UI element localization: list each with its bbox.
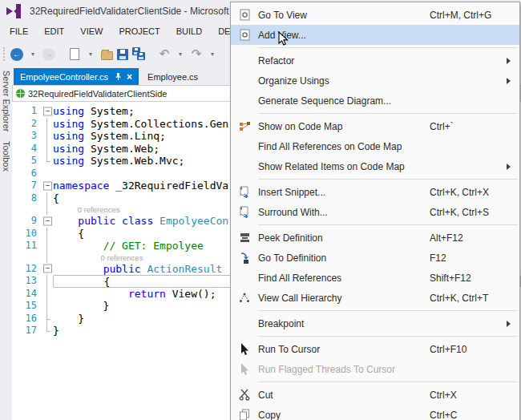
surround-with-icon xyxy=(231,206,258,218)
menu-item-go-to-view[interactable]: Go To ViewCtrl+M, Ctrl+G xyxy=(231,5,519,25)
sidebar-tab-server-explorer[interactable]: Server Explorer xyxy=(2,71,11,131)
fold-collapse-icon[interactable] xyxy=(42,105,53,118)
menu-item-show-on-code-map[interactable]: Show on Code MapCtrl+` xyxy=(231,116,519,136)
save-all-icon[interactable] xyxy=(131,45,146,64)
code-text: public class EmpolyeeCon xyxy=(53,215,228,228)
dropdown-caret-icon[interactable]: ▾ xyxy=(83,45,98,64)
fold-collapse-icon[interactable] xyxy=(42,180,53,192)
insert-snippet-icon xyxy=(231,186,258,198)
close-icon[interactable]: × xyxy=(127,72,132,82)
menu-view[interactable]: VIEW xyxy=(72,24,111,38)
menu-separator xyxy=(258,47,518,48)
menu-build[interactable]: BUILD xyxy=(168,24,210,38)
code-text: public ActionResult xyxy=(53,263,228,276)
forward-icon[interactable]: → xyxy=(42,45,56,64)
dropdown-caret-icon[interactable]: ▾ xyxy=(173,45,188,64)
menu-edit[interactable]: EDIT xyxy=(36,24,72,38)
fold-margin xyxy=(42,168,53,180)
code-text: using System.Collections.Gen xyxy=(53,118,228,131)
menu-item-find-all-references[interactable]: Find All ReferencesShift+F12 xyxy=(231,268,519,288)
menu-item-label: Go To View xyxy=(258,10,430,21)
menu-item-surround-with[interactable]: Surround With...Ctrl+K, Ctrl+S xyxy=(231,202,519,222)
menu-item-show-related-items-on-code-map[interactable]: Show Related Items on Code Map xyxy=(231,156,519,176)
line-number: 14 xyxy=(12,288,42,301)
fold-margin xyxy=(42,240,53,252)
menu-item-find-all-references-on-code-map[interactable]: Find All References on Code Map xyxy=(231,136,519,156)
menu-item-shortcut: Alt+F12 xyxy=(430,232,507,244)
window-title: 32RequiredFieldValidaterClientSide - Mic… xyxy=(30,6,240,17)
code-text: namespace _32RequiredFieldVa xyxy=(53,180,228,192)
new-item-icon[interactable] xyxy=(67,45,82,64)
open-file-icon[interactable] xyxy=(99,45,114,64)
fold-margin xyxy=(42,204,53,215)
line-number: 1 xyxy=(12,105,42,118)
copy-icon xyxy=(231,409,258,420)
fold-margin xyxy=(42,325,53,337)
context-menu: Go To ViewCtrl+M, Ctrl+GAdd View...Refac… xyxy=(230,2,520,420)
menu-separator xyxy=(258,224,518,225)
menu-item-label: Refactor xyxy=(258,55,430,67)
submenu-arrow-icon xyxy=(507,78,519,84)
line-number: 17 xyxy=(12,325,42,337)
side-tab-strip: Server ExplorerToolbox xyxy=(0,68,12,420)
menu-item-label: Copy xyxy=(258,410,430,420)
menu-item-label: Run To Cursor xyxy=(258,344,430,355)
menu-item-shortcut: Ctrl+X xyxy=(430,390,507,401)
menu-item-shortcut: Ctrl+` xyxy=(430,121,507,132)
tab-label: EmpolyeeController.cs xyxy=(20,72,108,82)
redo-icon[interactable]: ↷ xyxy=(189,45,204,64)
menu-item-insert-snippet[interactable]: Insert Snippet...Ctrl+K, Ctrl+X xyxy=(231,182,519,202)
line-number: 2 xyxy=(12,118,42,131)
save-icon[interactable] xyxy=(115,45,130,64)
menu-item-label: Cut xyxy=(258,390,430,401)
toolbar-grip[interactable] xyxy=(2,47,9,62)
pin-icon[interactable] xyxy=(114,73,121,80)
menu-item-label: Run Flagged Threads To Cursor xyxy=(258,364,430,375)
submenu-arrow-icon xyxy=(507,58,519,64)
fold-margin xyxy=(42,143,53,155)
dropdown-caret-icon[interactable]: ▾ xyxy=(205,45,220,64)
menu-file[interactable]: FILE xyxy=(2,24,36,38)
menu-item-go-to-definition[interactable]: Go To DefinitionF12 xyxy=(231,248,519,268)
menu-item-shortcut: Ctrl+K, Ctrl+S xyxy=(430,207,507,218)
menu-item-add-view[interactable]: Add View... xyxy=(231,25,519,45)
codelens-references[interactable]: 0 references xyxy=(53,252,143,263)
line-number: 3 xyxy=(12,130,42,143)
menu-item-generate-sequence-diagram[interactable]: Generate Sequence Diagram... xyxy=(231,91,519,111)
view-page-icon xyxy=(231,9,258,21)
tab-employee-cs[interactable]: Employee.cs xyxy=(139,68,207,85)
line-number xyxy=(12,204,42,215)
menu-separator xyxy=(258,382,518,382)
menu-separator xyxy=(258,336,518,337)
menu-item-run-to-cursor[interactable]: Run To CursorCtrl+F10 xyxy=(231,339,519,359)
fold-collapse-icon[interactable] xyxy=(42,215,53,228)
tab-empolyeecontroller-cs[interactable]: EmpolyeeController.cs× xyxy=(14,68,139,85)
menu-item-view-call-hierarchy[interactable]: View Call HierarchyCtrl+K, Ctrl+T xyxy=(231,288,519,308)
dropdown-caret-icon[interactable]: ▾ xyxy=(26,45,40,64)
line-number xyxy=(12,252,42,263)
undo-icon[interactable]: ↶ xyxy=(157,45,172,64)
line-number: 13 xyxy=(12,275,42,288)
fold-collapse-icon[interactable] xyxy=(42,263,53,276)
fold-margin xyxy=(42,300,53,313)
back-icon[interactable]: ← xyxy=(10,45,24,64)
menu-item-copy[interactable]: CopyCtrl+C xyxy=(231,405,519,420)
code-text: } xyxy=(53,313,84,325)
menu-item-cut[interactable]: CutCtrl+X xyxy=(231,385,519,405)
menu-item-label: Peek Definition xyxy=(258,232,430,244)
line-number: 11 xyxy=(12,240,42,252)
codelens-references[interactable]: 0 references xyxy=(53,204,120,215)
code-text: using System.Web; xyxy=(53,143,160,155)
fold-margin xyxy=(42,313,53,325)
menu-item-refactor[interactable]: Refactor xyxy=(231,50,519,71)
line-number: 12 xyxy=(12,263,42,276)
menu-separator xyxy=(258,179,518,180)
menu-item-organize-usings[interactable]: Organize Usings xyxy=(231,71,519,91)
menu-separator xyxy=(258,113,518,114)
menu-project[interactable]: PROJECT xyxy=(111,24,168,38)
menu-item-label: Show Related Items on Code Map xyxy=(258,161,430,172)
sidebar-tab-toolbox[interactable]: Toolbox xyxy=(2,141,11,172)
menu-item-peek-definition[interactable]: Peek DefinitionAlt+F12 xyxy=(231,228,519,248)
menu-item-breakpoint[interactable]: Breakpoint xyxy=(231,313,519,333)
visual-studio-logo xyxy=(5,3,22,19)
